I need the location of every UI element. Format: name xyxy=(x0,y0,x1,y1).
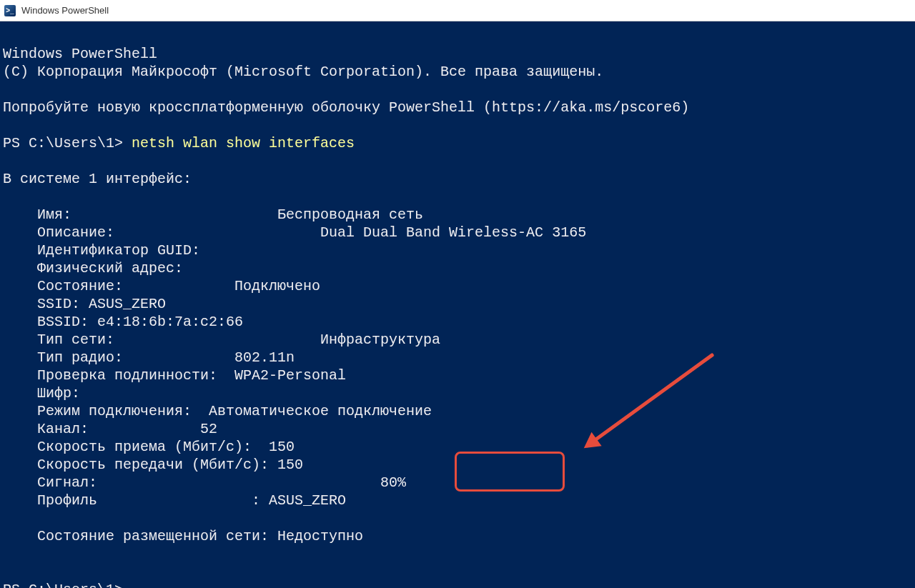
highlight-box xyxy=(455,452,565,492)
window-title: Windows PowerShell xyxy=(21,5,109,16)
powershell-icon: >_ xyxy=(4,5,16,16)
prompt-2: PS C:\Users\1> xyxy=(3,582,123,588)
annotation-arrow-icon xyxy=(586,354,713,447)
prompt: PS C:\Users\1> xyxy=(3,135,123,151)
window-titlebar: >_ Windows PowerShell xyxy=(0,0,915,21)
output-summary: В системе 1 интерфейс: xyxy=(3,171,192,187)
terminal-area[interactable]: Windows PowerShell (C) Корпорация Майкро… xyxy=(0,21,915,588)
output-rows: Имя: Беспроводная сеть Описание: Dual Du… xyxy=(3,206,586,544)
typed-command: netsh wlan show interfaces xyxy=(132,135,355,151)
ps-banner-line1: Windows PowerShell xyxy=(3,46,157,62)
ps-banner-line3: Попробуйте новую кроссплатформенную обол… xyxy=(3,99,689,116)
ps-banner-line2: (C) Корпорация Майкрософт (Microsoft Cor… xyxy=(3,64,603,80)
